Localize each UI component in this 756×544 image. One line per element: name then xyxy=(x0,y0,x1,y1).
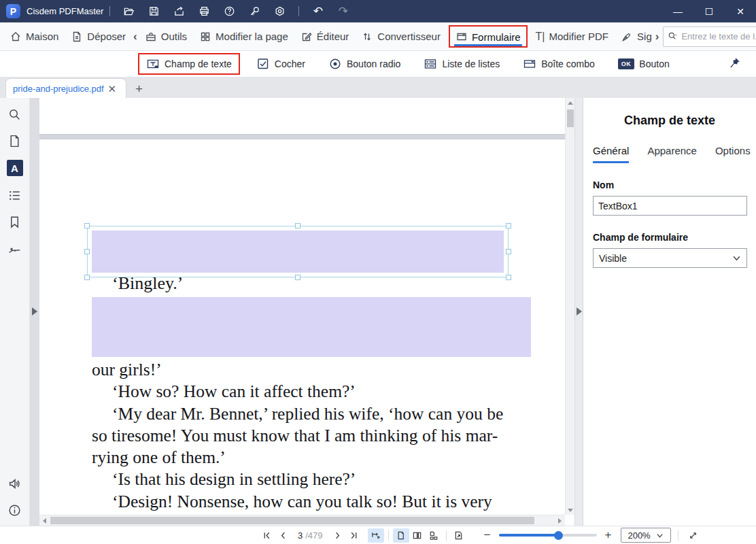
undo-icon[interactable]: ↶ xyxy=(305,0,330,22)
fullscreen-icon[interactable] xyxy=(685,528,702,543)
tab-close-icon[interactable]: ✕ xyxy=(105,82,119,95)
last-page-icon[interactable] xyxy=(346,528,362,543)
maximize-button[interactable]: ☐ xyxy=(693,0,725,22)
first-page-icon[interactable] xyxy=(258,528,275,543)
continuous-view-icon[interactable] xyxy=(426,528,442,543)
zoom-in-icon[interactable]: + xyxy=(603,528,614,542)
help-icon[interactable] xyxy=(217,0,242,22)
resize-handle-w[interactable] xyxy=(84,249,90,254)
resize-handle-sw[interactable] xyxy=(84,275,90,280)
search-pane-icon[interactable] xyxy=(7,107,22,122)
name-input[interactable] xyxy=(593,196,747,216)
horizontal-scroll-thumb[interactable] xyxy=(50,517,534,524)
home-icon xyxy=(10,31,22,43)
selected-text-field[interactable] xyxy=(87,226,509,277)
app-logo-icon: P xyxy=(6,4,20,18)
tab-maison[interactable]: Maison xyxy=(10,31,58,43)
print-icon[interactable] xyxy=(192,0,217,22)
ok-badge-icon: OK xyxy=(618,58,635,69)
zoom-level-value: 200% xyxy=(628,530,650,541)
chevron-right-icon[interactable]: › xyxy=(655,30,659,44)
pdf-text-line: ‘Design! Nonsense, how can you talk so! … xyxy=(92,491,554,513)
tab-formulaire[interactable]: Formulaire xyxy=(449,25,528,48)
liste-de-listes-button[interactable]: Liste de listes xyxy=(424,57,500,71)
read-aloud-icon[interactable] xyxy=(7,476,22,491)
statusbar: 3 /479 − + 200% xyxy=(0,526,756,544)
key-icon[interactable] xyxy=(242,0,267,22)
bookmark-pane-icon[interactable] xyxy=(7,214,22,229)
document-viewport[interactable]: ‘Bingley.’ our girls!’ ‘How so? How can … xyxy=(39,98,574,526)
search-input[interactable] xyxy=(681,31,756,41)
resize-handle-se[interactable] xyxy=(506,275,511,280)
prev-page-icon[interactable] xyxy=(275,528,291,543)
tab-signature[interactable]: Sig xyxy=(621,31,652,43)
page-link-icon[interactable] xyxy=(451,528,467,543)
folder-open-icon[interactable] xyxy=(116,0,141,22)
resize-handle-ne[interactable] xyxy=(506,223,511,228)
bouton-radio-button[interactable]: Bouton radio xyxy=(328,57,400,71)
current-page[interactable]: 3 xyxy=(298,530,303,541)
tab-editeur[interactable]: Éditeur xyxy=(300,31,349,43)
pdf-text-line: ‘My dear Mr. Bennet,’ replied his wife, … xyxy=(92,403,554,425)
annotations-icon[interactable]: A xyxy=(7,160,23,176)
text-cursor-icon: T| xyxy=(536,31,545,43)
tab-convertisseur[interactable]: Convertisseur xyxy=(361,31,441,43)
expand-left-panel-icon[interactable] xyxy=(32,307,37,316)
tab-deposer[interactable]: Déposer xyxy=(71,31,126,43)
tab-modifier-pdf[interactable]: T| Modifier PDF xyxy=(536,31,608,43)
vertical-scroll-thumb[interactable] xyxy=(567,109,574,127)
cocher-button[interactable]: Cocher xyxy=(256,57,305,71)
resize-handle-e[interactable] xyxy=(506,249,511,254)
resize-handle-nw[interactable] xyxy=(84,223,90,228)
champ-de-texte-button[interactable]: Champ de texte xyxy=(138,53,240,75)
right-panel-collapse-strip[interactable] xyxy=(574,98,583,526)
tab-general[interactable]: Général xyxy=(593,145,629,163)
active-tab-underline xyxy=(454,44,522,46)
horizontal-scrollbar[interactable] xyxy=(39,515,565,526)
signature-pane-icon[interactable] xyxy=(7,241,22,256)
boite-combo-button[interactable]: Boîte combo xyxy=(523,57,595,71)
collapse-right-panel-icon[interactable] xyxy=(577,307,582,316)
scroll-up-icon[interactable] xyxy=(568,101,573,105)
chevron-down-icon xyxy=(732,254,741,262)
scroll-left-icon[interactable] xyxy=(43,518,46,524)
tab-outils[interactable]: Outils xyxy=(145,31,187,43)
zoom-out-icon[interactable]: − xyxy=(482,528,493,542)
scroll-right-icon[interactable] xyxy=(558,518,562,524)
document-tab[interactable]: pride-and-prejudice.pdf * ✕ xyxy=(5,78,126,98)
save-icon[interactable] xyxy=(141,0,167,22)
bouton-button[interactable]: OK Bouton xyxy=(618,58,670,69)
pdf-text-line: our girls!’ xyxy=(92,359,554,381)
settings-icon[interactable] xyxy=(267,0,292,22)
close-button[interactable]: ✕ xyxy=(725,0,756,22)
tab-options[interactable]: Options xyxy=(715,145,751,163)
scroll-down-icon[interactable] xyxy=(568,509,573,512)
text-field-2[interactable] xyxy=(92,297,531,357)
single-page-view-icon[interactable] xyxy=(393,528,409,543)
page-separator xyxy=(39,134,565,139)
pdf-text-line: so tiresome! You must know that I am thi… xyxy=(92,425,554,447)
share-icon[interactable] xyxy=(167,0,192,22)
info-icon[interactable] xyxy=(7,503,22,517)
zoom-slider[interactable] xyxy=(499,534,597,537)
next-page-icon[interactable] xyxy=(330,528,346,543)
resize-handle-s[interactable] xyxy=(295,275,300,280)
vertical-scrollbar[interactable] xyxy=(565,98,574,515)
tab-modifier-la-page[interactable]: Modifier la page xyxy=(199,31,288,43)
combobox-icon xyxy=(523,57,536,71)
search-box[interactable] xyxy=(663,27,756,47)
tab-apparence[interactable]: Apparence xyxy=(647,145,697,163)
page-thumbnails-icon[interactable] xyxy=(7,133,22,148)
resize-handle-n[interactable] xyxy=(295,223,300,228)
zoom-level-select[interactable]: 200% xyxy=(621,528,671,543)
zoom-slider-thumb[interactable] xyxy=(554,531,563,540)
visibility-select[interactable]: Visible xyxy=(593,248,747,268)
chevron-left-icon[interactable]: ‹ xyxy=(133,30,137,44)
minimize-button[interactable]: — xyxy=(662,0,693,22)
new-tab-icon[interactable]: + xyxy=(135,82,143,95)
list-pane-icon[interactable] xyxy=(7,188,22,203)
fit-width-icon[interactable] xyxy=(368,528,384,543)
two-page-view-icon[interactable] xyxy=(409,528,426,543)
pin-toolbar-button[interactable] xyxy=(727,56,741,72)
left-panel-collapse-strip[interactable] xyxy=(30,98,39,526)
